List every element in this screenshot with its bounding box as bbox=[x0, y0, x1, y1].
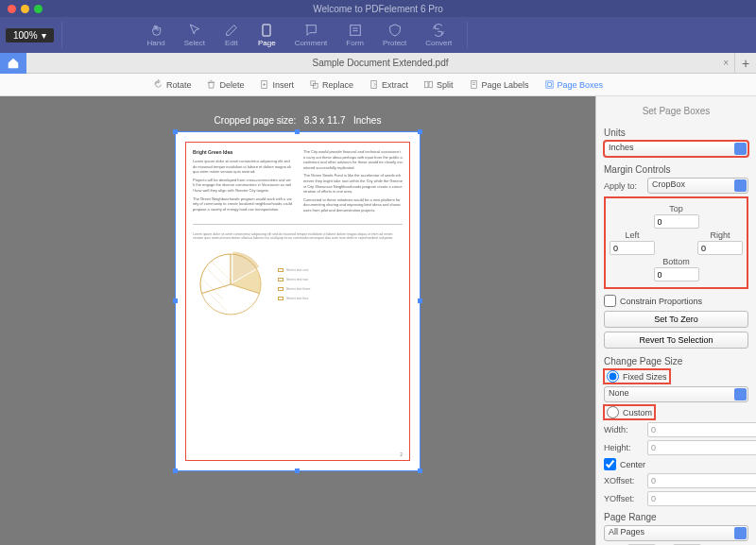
hand-button[interactable]: Hand bbox=[140, 21, 173, 49]
margin-controls-label: Margin Controls bbox=[604, 164, 748, 175]
svg-rect-0 bbox=[263, 25, 270, 36]
insert-icon bbox=[259, 79, 269, 90]
protect-button[interactable]: Protect bbox=[375, 21, 414, 49]
page-icon bbox=[259, 23, 274, 38]
crop-handle[interactable] bbox=[418, 129, 422, 134]
yoffset-input[interactable] bbox=[647, 491, 756, 506]
page-number: 2 bbox=[400, 451, 403, 457]
extract-icon bbox=[369, 79, 379, 90]
split-button[interactable]: Split bbox=[423, 79, 454, 90]
shield-icon bbox=[387, 23, 403, 38]
units-select[interactable]: Inches bbox=[604, 141, 748, 157]
page-range-select[interactable]: All Pages bbox=[604, 525, 748, 541]
margin-top-input[interactable] bbox=[654, 214, 699, 229]
cursor-icon bbox=[187, 23, 202, 38]
units-label: Units bbox=[604, 128, 748, 138]
edit-button[interactable]: Edit bbox=[216, 21, 247, 49]
delete-button[interactable]: Delete bbox=[206, 79, 244, 90]
convert-button[interactable]: Convert bbox=[418, 21, 459, 49]
sidebar-title: Set Page Boxes bbox=[604, 102, 748, 124]
sidebar: Set Page Boxes Units Inches Margin Contr… bbox=[595, 96, 756, 545]
svg-rect-7 bbox=[429, 81, 433, 87]
comment-icon bbox=[303, 23, 318, 38]
svg-rect-1 bbox=[350, 26, 360, 36]
page-preview[interactable]: Bright Green IdeaLorem ipsum dolor sit a… bbox=[175, 131, 421, 471]
apply-to-label: Apply to: bbox=[604, 181, 644, 191]
form-button[interactable]: Form bbox=[338, 21, 371, 49]
main-toolbar: 100%▾ Hand Select Edit Page Comment Form… bbox=[0, 17, 756, 53]
set-zero-button[interactable]: Set To Zero bbox=[604, 311, 748, 328]
maximize-window-icon[interactable] bbox=[34, 5, 43, 13]
revert-button[interactable]: Revert To Selection bbox=[604, 332, 748, 349]
change-size-label: Change Page Size bbox=[604, 356, 748, 366]
title-bar: Welcome to PDFelement 6 Pro bbox=[0, 0, 756, 17]
zoom-value: 100% bbox=[13, 30, 38, 41]
crop-handle[interactable] bbox=[418, 298, 422, 303]
page-range-label: Page Range bbox=[604, 512, 748, 522]
page-boxes-button[interactable]: Page Boxes bbox=[544, 79, 604, 90]
rotate-icon bbox=[153, 79, 163, 90]
crop-handle[interactable] bbox=[295, 129, 300, 134]
crop-handle[interactable] bbox=[173, 468, 178, 473]
comment-button[interactable]: Comment bbox=[287, 21, 335, 49]
split-icon bbox=[423, 79, 434, 90]
crop-handle[interactable] bbox=[295, 468, 300, 473]
document-tab-label: Sample Document Extended.pdf bbox=[313, 58, 449, 68]
crop-handle[interactable] bbox=[418, 468, 422, 473]
app-title: Welcome to PDFelement 6 Pro bbox=[313, 4, 443, 14]
select-button[interactable]: Select bbox=[177, 21, 213, 49]
form-icon bbox=[348, 23, 363, 38]
margin-grid: Top LeftRight Bottom bbox=[604, 196, 748, 289]
rotate-button[interactable]: Rotate bbox=[153, 79, 192, 90]
margin-bottom-input[interactable] bbox=[654, 267, 699, 281]
xoffset-input[interactable] bbox=[647, 473, 756, 488]
replace-icon bbox=[309, 79, 319, 90]
margin-right-input[interactable] bbox=[697, 241, 743, 255]
replace-button[interactable]: Replace bbox=[309, 79, 353, 90]
svg-rect-10 bbox=[547, 83, 551, 87]
crop-handle[interactable] bbox=[173, 298, 178, 303]
box-icon bbox=[544, 79, 555, 90]
minimize-window-icon[interactable] bbox=[21, 5, 29, 13]
custom-radio[interactable] bbox=[607, 406, 619, 418]
canvas[interactable]: Cropped page size: 8.3 x 11.7 Inches Bri… bbox=[0, 96, 595, 545]
svg-rect-6 bbox=[424, 81, 428, 87]
svg-rect-3 bbox=[311, 81, 316, 86]
apply-to-select[interactable]: CropBox bbox=[647, 178, 748, 194]
tab-bar: Sample Document Extended.pdf× + bbox=[0, 53, 756, 74]
page-labels-button[interactable]: Page Labels bbox=[469, 79, 529, 90]
edit-icon bbox=[224, 23, 239, 38]
document-tab[interactable]: Sample Document Extended.pdf× bbox=[26, 53, 735, 74]
crop-size-info: Cropped page size: 8.3 x 11.7 Inches bbox=[215, 115, 382, 126]
insert-button[interactable]: Insert bbox=[259, 79, 294, 90]
home-tab[interactable] bbox=[0, 53, 26, 74]
label-icon bbox=[469, 79, 479, 90]
zoom-dropdown[interactable]: 100%▾ bbox=[6, 28, 54, 43]
close-tab-icon[interactable]: × bbox=[723, 58, 729, 68]
home-icon bbox=[7, 57, 20, 70]
new-tab-button[interactable]: + bbox=[735, 56, 756, 71]
trash-icon bbox=[206, 79, 216, 90]
chevron-down-icon: ▾ bbox=[42, 30, 46, 41]
page-button[interactable]: Page bbox=[250, 21, 284, 49]
svg-rect-9 bbox=[545, 81, 552, 88]
constrain-checkbox[interactable] bbox=[604, 295, 616, 307]
fixed-size-select[interactable]: None bbox=[604, 386, 748, 402]
width-input[interactable] bbox=[647, 422, 756, 437]
height-input[interactable] bbox=[647, 440, 756, 455]
margin-left-input[interactable] bbox=[610, 241, 655, 255]
fixed-sizes-radio[interactable] bbox=[607, 370, 619, 383]
close-window-icon[interactable] bbox=[8, 5, 16, 13]
hand-icon bbox=[148, 23, 163, 38]
cropbox-outline bbox=[185, 142, 410, 461]
crop-handle[interactable] bbox=[173, 129, 178, 134]
extract-button[interactable]: Extract bbox=[369, 79, 408, 90]
convert-icon bbox=[431, 23, 446, 38]
page-subtoolbar: Rotate Delete Insert Replace Extract Spl… bbox=[0, 74, 756, 96]
center-checkbox[interactable] bbox=[604, 458, 616, 470]
svg-rect-4 bbox=[314, 84, 318, 89]
